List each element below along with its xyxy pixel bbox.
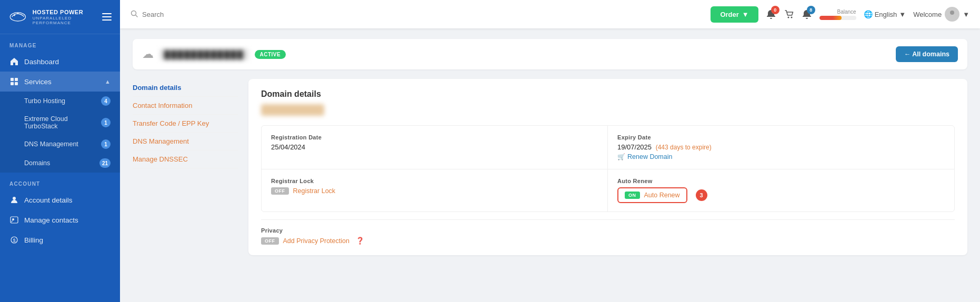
- lang-chevron-icon: ▼: [899, 11, 906, 18]
- topnav: Order ▼ 0 8 Balance 🌐: [120, 0, 980, 28]
- privacy-toggle-row: OFF Add Privacy Protection ❓: [261, 237, 955, 245]
- dns-badge: 1: [101, 139, 111, 149]
- nav-dns-management[interactable]: DNS Management: [133, 133, 238, 150]
- order-button[interactable]: Order ▼: [711, 6, 758, 23]
- main-container: Order ▼ 0 8 Balance 🌐: [120, 0, 980, 302]
- expiry-date-value: 19/07/2025 (443 days to expire) 🛒 Renew …: [617, 143, 945, 160]
- sidebar-item-billing[interactable]: $ Billing: [0, 230, 120, 250]
- extreme-cloud-badge: 1: [101, 118, 111, 127]
- language-label: English: [875, 11, 897, 18]
- search-input[interactable]: [142, 11, 341, 18]
- account-section-label: ACCOUNT: [0, 173, 120, 190]
- svg-point-12: [132, 11, 136, 15]
- sub-item-domains[interactable]: Domains 21: [0, 154, 120, 173]
- sidebar-item-account-details[interactable]: Account details: [0, 190, 120, 210]
- svg-text:$: $: [13, 238, 16, 243]
- person-icon: [9, 195, 19, 205]
- auto-renew-cell: Auto Renew ON Auto Renew 3: [608, 169, 954, 212]
- svg-point-15: [950, 11, 954, 15]
- registrar-lock-toggle: OFF Registrar Lock: [271, 187, 598, 195]
- svg-point-14: [791, 17, 792, 18]
- auto-renew-box[interactable]: ON Auto Renew: [617, 187, 687, 203]
- turbo-hosting-label: Turbo Hosting: [24, 97, 65, 105]
- welcome-area[interactable]: Welcome ▼: [913, 7, 969, 22]
- domains-label: Domains: [24, 159, 50, 167]
- sidebar-item-dashboard[interactable]: Dashboard: [0, 52, 120, 72]
- sub-item-extreme-cloud[interactable]: Extreme Cloud TurboStack 1: [0, 110, 120, 135]
- registrar-lock-off-badge: OFF: [271, 187, 289, 195]
- nav-contact-information[interactable]: Contact Information: [133, 97, 238, 115]
- services-submenu: Turbo Hosting 4 Extreme Cloud TurboStack…: [0, 92, 120, 173]
- svg-rect-5: [11, 82, 14, 85]
- registration-date-cell: Registration Date 25/04/2024: [262, 126, 608, 169]
- order-chevron-icon: ▼: [742, 11, 749, 18]
- alerts-badge: 8: [807, 6, 815, 14]
- alerts-icon-btn[interactable]: 8: [802, 9, 812, 19]
- sub-item-dns-management[interactable]: DNS Management 1: [0, 135, 120, 154]
- services-label: Services: [24, 78, 52, 86]
- active-badge: ACTIVE: [255, 50, 286, 59]
- search-area: [131, 10, 341, 19]
- privacy-label: Privacy: [261, 227, 955, 234]
- card-title: Domain details: [261, 89, 955, 99]
- notifications-bell[interactable]: 0: [766, 9, 776, 19]
- logo-icon: [8, 7, 27, 26]
- welcome-label: Welcome: [913, 11, 942, 18]
- logo-area: HOSTED POWER UNPARALLELED PERFORMANCE: [0, 0, 120, 34]
- svg-point-9: [12, 218, 14, 220]
- turbo-hosting-badge: 4: [101, 96, 111, 106]
- svg-rect-4: [15, 78, 18, 81]
- auto-renew-text: Auto Renew: [644, 192, 680, 199]
- topnav-right: Order ▼ 0 8 Balance 🌐: [711, 6, 969, 23]
- search-icon: [131, 10, 138, 19]
- logo-text-area: HOSTED POWER UNPARALLELED PERFORMANCE: [33, 8, 97, 25]
- billing-icon: $: [9, 235, 19, 245]
- registrar-lock-text[interactable]: Registrar Lock: [293, 187, 336, 195]
- contacts-icon: [9, 215, 19, 225]
- logo-tagline: UNPARALLELED PERFORMANCE: [33, 16, 97, 25]
- avatar: [945, 7, 959, 22]
- content-area: ☁ ████████████ ACTIVE ← All domains Doma…: [120, 28, 980, 302]
- all-domains-label: ← All domains: [904, 51, 949, 58]
- services-icon: [9, 77, 19, 86]
- domain-image-blurred: [261, 104, 324, 116]
- svg-point-13: [787, 17, 789, 18]
- nav-transfer-code[interactable]: Transfer Code / EPP Key: [133, 115, 238, 133]
- auto-renew-on-badge: ON: [625, 192, 640, 199]
- nav-domain-details[interactable]: Domain details: [133, 79, 238, 97]
- domain-nav: Domain details Contact Information Trans…: [133, 79, 238, 255]
- all-domains-button[interactable]: ← All domains: [896, 46, 958, 62]
- registration-date-value: 25/04/2024: [271, 143, 598, 151]
- cart-icon-btn[interactable]: [784, 9, 794, 19]
- renew-domain-link[interactable]: 🛒 Renew Domain: [617, 153, 672, 160]
- svg-point-1: [14, 14, 15, 16]
- sidebar-item-manage-contacts[interactable]: Manage contacts: [0, 210, 120, 230]
- sidebar-item-services[interactable]: Services ▲: [0, 72, 120, 92]
- balance-bar: [819, 16, 856, 20]
- language-selector[interactable]: 🌐 English ▼: [864, 10, 906, 18]
- registration-date-label: Registration Date: [271, 134, 598, 140]
- dns-management-label: DNS Management: [24, 140, 78, 148]
- info-grid: Registration Date 25/04/2024 Expiry Date…: [261, 125, 955, 212]
- dashboard-label: Dashboard: [24, 58, 59, 66]
- manage-contacts-label: Manage contacts: [24, 216, 78, 224]
- manage-section-label: MANAGE: [0, 34, 120, 52]
- auto-renew-toggle-row: ON Auto Renew 3: [617, 187, 945, 203]
- expiry-days: (443 days to expire): [656, 144, 712, 151]
- sub-item-turbo-hosting[interactable]: Turbo Hosting 4: [0, 92, 120, 110]
- domain-layout: Domain details Contact Information Trans…: [133, 79, 967, 255]
- chevron-up-icon: ▲: [105, 78, 111, 85]
- home-icon: [9, 57, 19, 66]
- nav-manage-dnssec[interactable]: Manage DNSSEC: [133, 150, 238, 168]
- account-details-label: Account details: [24, 196, 73, 204]
- hamburger-menu[interactable]: [102, 13, 112, 21]
- balance-label: Balance: [837, 9, 856, 15]
- registrar-lock-label: Registrar Lock: [271, 178, 598, 184]
- auto-renew-count-badge: 3: [696, 189, 707, 201]
- domains-badge: 21: [99, 158, 111, 168]
- privacy-question-icon[interactable]: ❓: [356, 237, 364, 245]
- svg-point-7: [13, 197, 16, 200]
- svg-rect-8: [11, 217, 18, 223]
- add-privacy-link[interactable]: Add Privacy Protection: [283, 237, 349, 245]
- extreme-cloud-label: Extreme Cloud TurboStack: [24, 115, 101, 130]
